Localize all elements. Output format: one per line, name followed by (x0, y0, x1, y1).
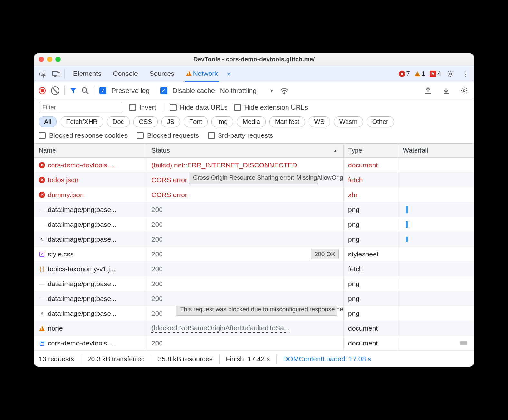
tab-elements[interactable]: Elements (72, 66, 103, 82)
cell-waterfall (398, 336, 474, 350)
col-status[interactable]: Status▲ (147, 144, 344, 157)
cell-type: png (344, 217, 398, 232)
cell-name: { }topics-taxonomy-v1.j... (34, 262, 147, 276)
pill-img[interactable]: Img (211, 116, 233, 127)
titlebar: DevTools - cors-demo-devtools.glitch.me/ (34, 53, 474, 65)
type-text: document (348, 325, 378, 332)
inspect-element-icon[interactable] (37, 69, 48, 79)
hide-extension-urls-checkbox[interactable]: ✓ (234, 104, 241, 111)
summary-bar: 13 requests 20.3 kB transferred 35.8 kB … (34, 351, 474, 367)
cell-name: cors-demo-devtools.... (34, 336, 147, 350)
clear-button[interactable] (51, 86, 59, 95)
export-har-icon[interactable] (423, 85, 433, 96)
device-toolbar-icon[interactable] (51, 69, 61, 79)
panel-tab-bar: Elements Console Sources Network » ✕7 1 … (34, 65, 474, 82)
resource-size: 35.8 kB resources (151, 354, 219, 364)
filter-toggle-icon[interactable] (70, 87, 76, 94)
cell-type: png (344, 276, 398, 291)
error-icon: ✕ (39, 162, 45, 168)
table-row[interactable]: ✕dummy.jsonCORS errorxhr (34, 187, 474, 202)
network-conditions-icon[interactable] (279, 85, 289, 96)
cell-status: CORS error (147, 187, 344, 202)
pill-ws[interactable]: WS (309, 116, 330, 127)
table-row[interactable]: ✕cors-demo-devtools....(failed) net::ERR… (34, 158, 474, 173)
pill-media[interactable]: Media (237, 116, 265, 127)
throttling-select[interactable]: No throttling ▼ (220, 87, 274, 95)
issue-count-value: 4 (437, 70, 441, 77)
filter-row: ✓Invert ✓Hide data URLs ✓Hide extension … (34, 99, 474, 114)
table-row[interactable]: ↖data:image/png;base...200png (34, 232, 474, 247)
blocked-requests-checkbox[interactable]: ✓ (137, 132, 144, 139)
table-row[interactable]: —data:image/png;base...200png (34, 217, 474, 232)
request-count: 13 requests (39, 354, 81, 364)
more-tabs-button[interactable]: » (227, 70, 231, 78)
network-settings-icon[interactable] (459, 85, 469, 96)
cell-type: document (344, 158, 398, 172)
status-text: (failed) net::ERR_INTERNET_DISCONNECTED (151, 161, 297, 169)
request-name: data:image/png;base... (48, 295, 117, 303)
pill-doc[interactable]: Doc (107, 116, 130, 127)
table-row[interactable]: none(blocked:NotSameOriginAfterDefaulted… (34, 321, 474, 336)
cell-waterfall (398, 173, 474, 187)
cell-status: (blocked:NotSameOriginAfterDefaultedToSa… (147, 321, 344, 335)
svg-point-4 (82, 88, 87, 92)
cell-type: xhr (344, 187, 398, 202)
table-row[interactable]: style.css200200 OKstylesheet (34, 247, 474, 262)
tab-console[interactable]: Console (112, 66, 139, 82)
pill-manifest[interactable]: Manifest (269, 116, 305, 127)
import-har-icon[interactable] (441, 85, 451, 96)
table-row[interactable]: { }topics-taxonomy-v1.j...200fetch (34, 262, 474, 276)
issue-icon: ⚑ (430, 71, 436, 77)
chevron-down-icon: ▼ (269, 88, 274, 93)
stylesheet-icon (39, 251, 45, 257)
col-type[interactable]: Type (344, 144, 398, 157)
table-row[interactable]: 🗎data:image/png;base...200This request w… (34, 306, 474, 321)
third-party-checkbox[interactable]: ✓ (208, 132, 215, 139)
table-row[interactable]: —data:image/png;base...200png (34, 276, 474, 291)
pill-all[interactable]: All (39, 116, 57, 127)
pill-font[interactable]: Font (184, 116, 208, 127)
pill-wasm[interactable]: Wasm (334, 116, 363, 127)
col-name[interactable]: Name (34, 144, 147, 157)
preserve-log-checkbox[interactable]: ✓ (99, 87, 106, 94)
extra-filters-row: ✓Blocked response cookies ✓Blocked reque… (34, 130, 474, 144)
cell-type: png (344, 232, 398, 246)
pill-fetch-xhr[interactable]: Fetch/XHR (61, 116, 103, 127)
issue-count[interactable]: ⚑4 (430, 70, 441, 77)
type-text: xhr (348, 191, 357, 199)
waterfall-bar (460, 341, 467, 345)
cell-waterfall (398, 306, 474, 321)
warning-icon (415, 71, 420, 76)
col-waterfall[interactable]: Waterfall (398, 144, 474, 157)
blocked-cookies-checkbox[interactable]: ✓ (39, 132, 46, 139)
settings-icon[interactable] (445, 69, 456, 79)
pill-js[interactable]: JS (161, 116, 180, 127)
tab-network[interactable]: Network (185, 66, 219, 82)
record-button[interactable] (39, 87, 46, 94)
search-icon[interactable] (82, 87, 89, 94)
tab-sources[interactable]: Sources (148, 66, 176, 82)
hide-data-urls-checkbox[interactable]: ✓ (170, 104, 177, 111)
table-row[interactable]: ✕todos.jsonCORS errorCross-Origin Resour… (34, 173, 474, 187)
script-icon: { } (39, 266, 45, 272)
status-text: (blocked:NotSameOriginAfterDefaultedToSa… (151, 324, 289, 333)
invert-checkbox[interactable]: ✓ (129, 104, 136, 111)
warning-count-value: 1 (422, 70, 425, 77)
warning-count[interactable]: 1 (415, 70, 425, 77)
filter-input[interactable] (39, 102, 122, 113)
table-row[interactable]: —data:image/png;base...200png (34, 291, 474, 306)
error-count[interactable]: ✕7 (399, 70, 410, 77)
request-name: style.css (48, 250, 74, 258)
more-options-icon[interactable]: ⋮ (460, 69, 471, 79)
disable-cache-checkbox[interactable]: ✓ (160, 87, 167, 94)
hide-extension-urls-label: Hide extension URLs (244, 104, 308, 111)
pill-css[interactable]: CSS (133, 116, 158, 127)
pill-other[interactable]: Other (367, 116, 394, 127)
table-row[interactable]: cors-demo-devtools....200document (34, 336, 474, 351)
table-row[interactable]: —data:image/png;base...200png (34, 202, 474, 217)
toolbar-right (423, 85, 469, 96)
svg-rect-2 (57, 72, 60, 77)
status-text: 200 (151, 339, 163, 347)
window-title: DevTools - cors-demo-devtools.glitch.me/ (34, 56, 474, 63)
cell-name: ✕dummy.json (34, 187, 147, 202)
